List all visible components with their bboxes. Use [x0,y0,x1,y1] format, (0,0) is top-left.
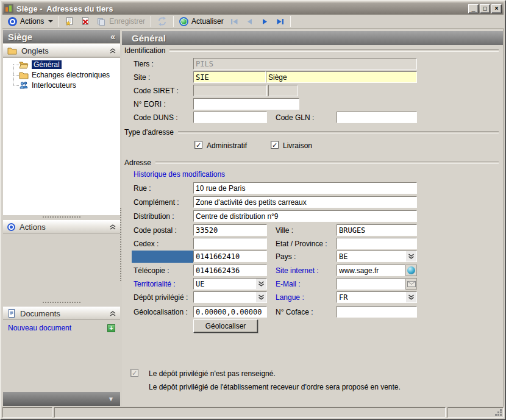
sidebar-title: Siège [8,32,110,42]
sync-button[interactable] [154,15,171,27]
duns-label: Code DUNS : [134,113,178,122]
site-internet-input[interactable] [337,265,405,276]
chevron-up-icon[interactable] [110,48,116,54]
next-record-icon [260,17,269,26]
tree-item-echanges[interactable]: Echanges électroniques [19,70,110,80]
historique-modifications-link[interactable]: Historique des modifications [134,170,225,179]
langue-label[interactable]: Langue : [276,293,304,302]
document-icon [7,309,16,318]
nouveau-document-link[interactable]: Nouveau document [8,324,107,332]
tiers-input [193,58,417,69]
livraison-label: Livraison [283,141,312,150]
nouveau-document-row: Nouveau document + [3,322,120,333]
site-code-input[interactable] [193,71,266,83]
previous-record-button[interactable] [242,15,257,27]
geolocalisation-input[interactable] [193,306,267,318]
resize-grip[interactable] [500,414,502,416]
section-actions-label: Actions [20,222,46,232]
collapse-sidebar-icon[interactable]: « [110,32,115,41]
territorialite-label[interactable]: Territorialité : [134,280,176,288]
last-record-button[interactable] [273,15,288,27]
tree-item-general[interactable]: Général [19,60,62,69]
territorialite-combo[interactable]: UE [193,278,267,290]
telecopie-input[interactable] [193,265,267,276]
close-button[interactable]: × [491,4,502,13]
chevron-down-icon[interactable] [256,279,266,289]
langue-combo[interactable]: FR [337,291,417,303]
geolocaliser-button[interactable]: Géolocaliser [193,319,258,333]
gln-input[interactable] [337,112,417,123]
add-document-icon[interactable]: + [107,324,115,332]
chevron-up-icon[interactable] [110,224,116,230]
chevron-down-icon: ▼ [108,396,114,402]
actions-menu-button[interactable]: Actions [5,15,56,27]
complement-input[interactable] [193,196,417,208]
tree-item-label: Général [32,60,62,69]
tree-connector [13,64,14,85]
etat-province-input[interactable] [337,238,417,249]
section-onglets[interactable]: Onglets [3,44,120,57]
complement-label: Complément : [134,198,179,207]
pays-combo[interactable]: BE [337,251,417,262]
save-button[interactable]: Enregistrer [93,15,148,27]
toolbar-separator [173,16,174,27]
open-folder-icon [19,60,29,69]
people-icon [19,81,29,90]
sidebar: Siège « Onglets Général [3,29,120,407]
delete-button[interactable] [77,15,93,27]
cedex-input[interactable] [193,238,267,249]
email-input[interactable] [337,278,405,290]
maximize-button[interactable]: □ [480,4,490,13]
section-actions[interactable]: Actions [3,220,120,233]
dropdown-caret-icon [48,20,53,23]
geolocalisation-label: Géolocalisation : [134,308,188,316]
depot-privilegie-combo[interactable] [193,291,267,303]
section-documents[interactable]: Documents [3,307,120,320]
first-record-button[interactable] [227,15,242,27]
email-label[interactable]: E-Mail : [276,280,301,288]
duns-input[interactable] [193,112,267,123]
rue-input[interactable] [193,182,417,194]
ville-label: Ville : [276,226,293,235]
telecopie-label: Télécopie : [134,266,169,275]
actions-target-icon [8,17,17,26]
new-document-button[interactable] [62,15,77,27]
toolbar-separator [290,16,291,27]
next-record-button[interactable] [257,15,273,27]
chevron-down-icon[interactable] [256,292,266,302]
envelope-icon [407,281,416,287]
minimize-button[interactable]: _ [468,4,479,13]
toolbar-separator [151,16,151,27]
chevron-down-icon[interactable] [406,251,416,262]
splitter-handle[interactable] [43,302,80,303]
site-label: Site : [134,73,150,82]
depot-note-line1: Le dépôt privilégié n'est pas renseigné. [149,369,276,378]
site-name-input[interactable] [266,71,417,83]
siret-input-2 [268,85,298,96]
chevron-up-icon[interactable] [110,311,116,316]
administratif-checkbox[interactable]: ✓ [194,141,202,149]
distribution-input[interactable] [193,210,417,222]
eori-input[interactable] [193,98,299,110]
open-website-button[interactable] [405,265,417,276]
panel-splitter[interactable] [120,208,121,281]
tree-connector [13,65,19,65]
sidebar-overflow-bar[interactable]: ▼ [3,392,120,406]
siret-input-1 [193,85,267,96]
code-postal-input[interactable] [193,224,267,236]
coface-input[interactable] [337,306,417,318]
group-identification: Identification [124,46,499,55]
telephone-input[interactable] [193,251,267,262]
send-email-button[interactable] [405,278,417,290]
tree-item-interlocuteurs[interactable]: Interlocuteurs [19,80,76,90]
site-internet-label[interactable]: Site internet : [276,266,319,275]
section-onglets-label: Onglets [21,46,49,55]
group-type-adresse: Type d'adresse [124,128,499,137]
chevron-down-icon[interactable] [406,292,416,302]
splitter-handle[interactable] [43,216,80,218]
etat-province-label: Etat / Province : [276,240,327,248]
livraison-checkbox[interactable]: ✓ [271,141,279,149]
telephone-label-selected[interactable] [132,251,193,263]
ville-input[interactable] [337,224,417,236]
refresh-button[interactable]: Actualiser [176,15,227,27]
